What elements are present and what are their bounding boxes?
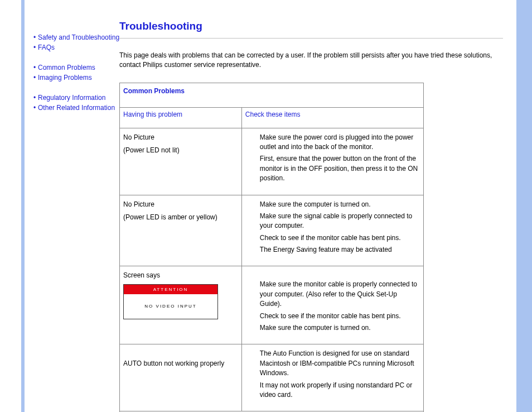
section-heading-common: Common Problems xyxy=(120,83,424,107)
table-row: No Picture (Power LED not lit) Make sure… xyxy=(120,128,424,195)
problem-line: (Power LED is amber or yellow) xyxy=(123,213,238,222)
sidebar-item-label: FAQs xyxy=(38,42,123,52)
solution-line: Check to see if the monitor cable has be… xyxy=(260,312,420,321)
title-divider xyxy=(119,38,503,39)
bullet-icon: • xyxy=(33,63,38,73)
solution-cell: Make sure the power cord is plugged into… xyxy=(241,128,423,195)
problem-line: AUTO button not working properly xyxy=(123,359,238,368)
solution-cell: Make sure the monitor cable is properly … xyxy=(241,266,423,344)
problem-cell: AUTO button not working properly xyxy=(120,344,242,411)
column-header-check: Check these items xyxy=(241,108,423,128)
solution-line: Make sure the computer is turned on. xyxy=(260,323,420,333)
table-row: AUTO button not working properly The Aut… xyxy=(120,344,424,411)
solution-line: Check to see if the monitor cable has be… xyxy=(260,233,420,243)
solution-cell: Make sure the computer is turned on. Mak… xyxy=(241,195,423,266)
attention-body: NO VIDEO INPUT xyxy=(124,294,217,319)
solution-line: The Energy Saving feature may be activat… xyxy=(260,245,420,255)
table-row: No Picture (Power LED is amber or yellow… xyxy=(120,195,424,266)
attention-head: ATTENTION xyxy=(124,285,217,295)
problem-cell: No Picture (Power LED not lit) xyxy=(120,128,242,195)
sidebar-item-common-problems[interactable]: • Common Problems xyxy=(33,63,123,73)
sidebar-item-regulatory[interactable]: • Regulatory Information xyxy=(33,93,123,103)
bullet-icon: • xyxy=(33,93,38,103)
solution-line: Make sure the signal cable is properly c… xyxy=(260,212,420,231)
problem-cell: No Picture (Power LED is amber or yellow… xyxy=(120,195,242,266)
sidebar-nav: • Safety and Troubleshooting • FAQs • Co… xyxy=(33,32,123,123)
solution-line: Make sure the monitor cable is properly … xyxy=(260,280,420,309)
bullet-icon: • xyxy=(33,103,38,113)
bullet-icon: • xyxy=(33,42,38,52)
sidebar-item-label: Imaging Problems xyxy=(38,73,123,83)
solution-line: Make sure the computer is turned on. xyxy=(260,200,420,209)
sidebar-item-faqs[interactable]: • FAQs xyxy=(33,42,123,52)
left-accent-band xyxy=(21,0,25,412)
troubleshooting-table: Common Problems Having this problem Chec… xyxy=(119,83,424,412)
sidebar-item-label: Safety and Troubleshooting xyxy=(38,32,123,42)
solution-line: It may not work properly if using nonsta… xyxy=(260,381,420,400)
solution-line: The Auto Function is designed for use on… xyxy=(260,349,420,378)
attention-box: ATTENTION NO VIDEO INPUT xyxy=(123,284,218,319)
main-content: Troubleshooting This page deals with pro… xyxy=(119,20,503,412)
sidebar-item-safety[interactable]: • Safety and Troubleshooting xyxy=(33,32,123,42)
column-header-problem: Having this problem xyxy=(120,108,242,128)
problem-line: (Power LED not lit) xyxy=(123,146,238,155)
intro-text: This page deals with problems that can b… xyxy=(119,51,503,70)
right-accent-band xyxy=(516,0,532,412)
sidebar-item-label: Other Related Information xyxy=(38,103,123,113)
sidebar-item-imaging-problems[interactable]: • Imaging Problems xyxy=(33,73,123,83)
table-row: Screen says ATTENTION NO VIDEO INPUT Mak… xyxy=(120,266,424,344)
solution-line: First, ensure that the power button on t… xyxy=(260,154,420,183)
problem-line: No Picture xyxy=(123,133,238,142)
sidebar-item-other-related[interactable]: • Other Related Information xyxy=(33,103,123,113)
solution-cell: The Auto Function is designed for use on… xyxy=(241,344,423,411)
problem-cell: Screen says ATTENTION NO VIDEO INPUT xyxy=(120,266,242,344)
sidebar-item-label: Regulatory Information xyxy=(38,93,123,103)
problem-line: No Picture xyxy=(123,200,238,209)
problem-line: Screen says xyxy=(123,271,238,280)
page-title: Troubleshooting xyxy=(119,20,503,32)
sidebar-item-label: Common Problems xyxy=(38,63,123,73)
bullet-icon: • xyxy=(33,32,38,42)
solution-line: Make sure the power cord is plugged into… xyxy=(260,133,420,152)
bullet-icon: • xyxy=(33,73,38,83)
